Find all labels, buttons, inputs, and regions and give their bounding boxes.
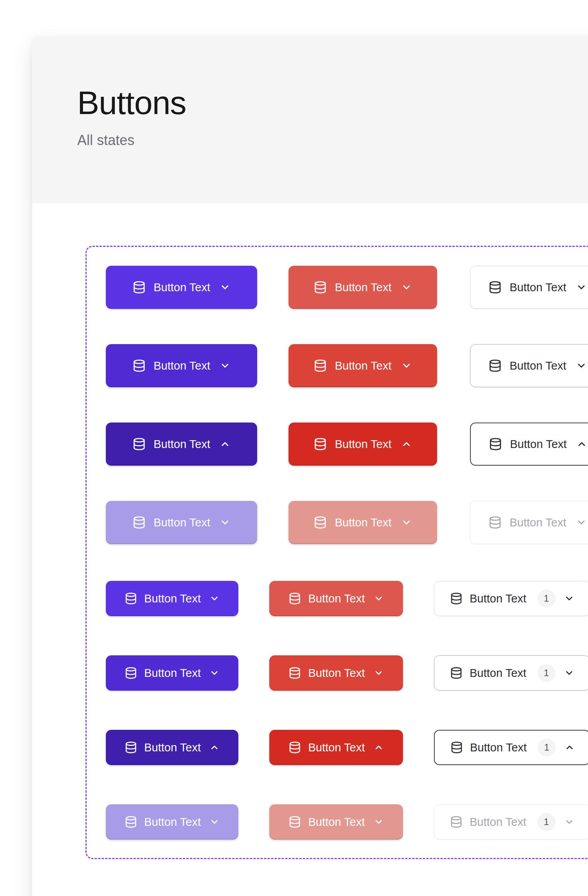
button-label: Button Text: [144, 741, 201, 754]
chevron-down-icon: [564, 668, 574, 678]
button-label: Button Text: [144, 592, 201, 605]
chevron-down-icon: [576, 517, 587, 528]
button-label: Button Text: [144, 667, 201, 680]
database-icon: [289, 741, 301, 754]
outline-button-pressed-with-badge[interactable]: Button Text 1: [434, 730, 588, 765]
page-subtitle: All states: [77, 133, 588, 147]
database-icon: [450, 667, 463, 679]
button-label: Button Text: [335, 281, 392, 294]
count-badge: 1: [537, 813, 555, 831]
outline-button-hover-with-badge[interactable]: Button Text 1: [434, 655, 588, 691]
outline-button-disabled-with-badge: Button Text 1: [434, 804, 588, 840]
chevron-down-icon: [220, 517, 230, 528]
primary-button-default[interactable]: Button Text: [106, 266, 257, 309]
chevron-up-icon: [209, 742, 220, 753]
database-icon: [125, 592, 137, 605]
button-label: Button Text: [470, 816, 526, 829]
database-icon: [125, 741, 137, 754]
page-title: Buttons: [77, 86, 588, 119]
button-label: Button Text: [470, 741, 527, 754]
chevron-up-icon: [564, 742, 575, 753]
count-badge: 1: [537, 589, 555, 608]
database-icon: [314, 437, 327, 451]
database-icon: [314, 359, 327, 372]
primary-button-pressed[interactable]: Button Text: [106, 423, 257, 466]
chevron-down-icon: [401, 360, 412, 371]
button-label: Button Text: [308, 667, 365, 680]
button-label: Button Text: [470, 667, 526, 680]
database-icon: [132, 516, 146, 529]
count-badge: 1: [538, 738, 556, 756]
database-icon: [488, 281, 502, 294]
database-icon: [132, 437, 146, 451]
danger-button-pressed[interactable]: Button Text: [289, 423, 437, 466]
primary-button-pressed[interactable]: Button Text: [106, 730, 238, 765]
button-label: Button Text: [308, 741, 365, 754]
button-states-frame: [85, 246, 588, 859]
database-icon: [289, 816, 301, 828]
chevron-down-icon: [209, 593, 220, 604]
button-label: Button Text: [144, 816, 201, 829]
chevron-down-icon: [576, 282, 587, 293]
database-icon: [450, 592, 463, 605]
button-label: Button Text: [510, 438, 567, 451]
chevron-down-icon: [401, 282, 412, 293]
outline-button-pressed[interactable]: Button Text: [470, 423, 588, 466]
button-label: Button Text: [470, 592, 526, 605]
chevron-down-icon: [209, 668, 220, 678]
button-label: Button Text: [510, 281, 566, 294]
database-icon: [450, 741, 463, 754]
chevron-down-icon: [209, 817, 220, 827]
chevron-down-icon: [564, 593, 574, 604]
danger-button-hover[interactable]: Button Text: [289, 344, 437, 387]
database-icon: [488, 359, 502, 372]
button-label: Button Text: [510, 359, 566, 372]
button-label: Button Text: [335, 359, 392, 372]
button-label: Button Text: [335, 438, 392, 451]
button-label: Button Text: [308, 592, 365, 605]
primary-button-hover[interactable]: Button Text: [106, 344, 257, 387]
count-badge: 1: [537, 664, 555, 682]
button-label: Button Text: [154, 359, 211, 372]
button-label: Button Text: [154, 438, 211, 451]
database-icon: [489, 437, 502, 451]
danger-button-disabled: Button Text: [269, 804, 403, 840]
outline-button-default-with-badge[interactable]: Button Text 1: [434, 581, 588, 616]
button-label: Button Text: [154, 281, 211, 294]
primary-button-default[interactable]: Button Text: [106, 581, 238, 616]
database-icon: [450, 816, 463, 828]
primary-button-disabled: Button Text: [106, 804, 238, 840]
primary-button-disabled: Button Text: [106, 501, 257, 544]
database-icon: [132, 281, 146, 294]
outline-button-disabled: Button Text: [470, 501, 588, 544]
chevron-down-icon: [220, 282, 230, 293]
chevron-down-icon: [374, 593, 384, 604]
chevron-down-icon: [564, 817, 574, 827]
database-icon: [125, 667, 137, 679]
chevron-up-icon: [374, 742, 384, 753]
danger-button-disabled: Button Text: [289, 501, 437, 544]
chevron-up-icon: [220, 439, 230, 450]
database-icon: [132, 359, 146, 372]
primary-button-hover[interactable]: Button Text: [106, 655, 238, 691]
chevron-down-icon: [374, 817, 384, 827]
danger-button-default[interactable]: Button Text: [289, 266, 437, 309]
outline-button-default[interactable]: Button Text: [470, 266, 588, 309]
card-header: Buttons All states: [32, 36, 588, 203]
database-icon: [314, 516, 327, 529]
button-label: Button Text: [154, 516, 211, 529]
danger-button-hover[interactable]: Button Text: [269, 655, 403, 691]
outline-button-hover[interactable]: Button Text: [470, 344, 588, 387]
chevron-down-icon: [220, 360, 230, 371]
button-label: Button Text: [308, 816, 365, 829]
chevron-up-icon: [401, 439, 412, 450]
chevron-down-icon: [374, 668, 384, 678]
database-icon: [488, 516, 502, 529]
danger-button-pressed[interactable]: Button Text: [269, 730, 403, 765]
button-label: Button Text: [510, 516, 566, 529]
database-icon: [314, 281, 327, 294]
danger-button-default[interactable]: Button Text: [269, 581, 403, 616]
chevron-down-icon: [401, 517, 412, 528]
database-icon: [289, 592, 301, 605]
chevron-down-icon: [576, 360, 587, 371]
